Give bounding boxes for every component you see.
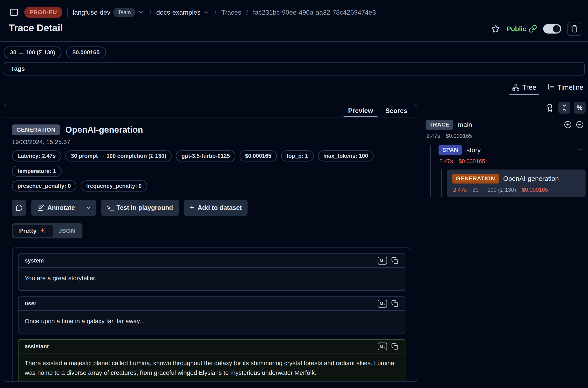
copy-icon[interactable] [391, 343, 399, 350]
sidebar-toggle-button[interactable] [9, 7, 19, 18]
tab-timeline[interactable]: Timeline [547, 80, 584, 95]
span-node-row: SPAN story [439, 145, 586, 155]
org-type-pill: Team [113, 8, 136, 17]
breadcrumb-org[interactable]: langfuse-dev Team [73, 8, 145, 17]
span-latency: 2.47s [439, 158, 453, 165]
view-tabs: Tree Timeline [0, 80, 588, 95]
expand-all-icon[interactable] [564, 121, 572, 129]
generation-node-row: GENERATION OpenAI-generation [452, 174, 580, 184]
message-role: assistant [25, 343, 49, 350]
tab-timeline-label: Timeline [557, 83, 584, 91]
award-icon [545, 103, 554, 112]
tree-node-generation-selected[interactable]: GENERATION OpenAI-generation 2.47s 30 → … [447, 170, 586, 197]
copy-icon[interactable] [391, 257, 399, 264]
pretty-toggle-option[interactable]: Pretty [13, 225, 53, 237]
cost-badge: $0.000165 [66, 47, 106, 58]
star-bookmark-button[interactable] [491, 24, 500, 34]
toggle-knob [553, 25, 560, 32]
trace-node-row: TRACE main [426, 120, 586, 130]
message-paragraph: You are a great storyteller. [25, 273, 399, 283]
span-type-badge: SPAN [439, 145, 462, 155]
message-content: There existed a majestic planet called L… [19, 353, 405, 382]
trace-badges: 30 → 100 (Σ 130) $0.000165 [4, 47, 106, 58]
fold-vertical-icon [560, 103, 568, 112]
add-to-dataset-label: Add to dataset [198, 204, 242, 212]
link-icon [529, 25, 537, 33]
card-body: GENERATION OpenAI-generation 19/03/2024,… [4, 118, 417, 382]
plus-icon: + [190, 203, 194, 212]
generation-tokens: 30 → 100 (Σ 130) [473, 187, 516, 193]
message-system: system M↓ You are a great storyteller. [18, 253, 406, 291]
tree-node-span[interactable]: SPAN story 2.47s $0.000165 [439, 145, 586, 165]
message-paragraph: Once upon a time in a galaxy far, far aw… [25, 316, 399, 326]
public-label: Public [507, 25, 526, 33]
markdown-toggle-button[interactable]: M↓ [378, 300, 387, 308]
tab-tree[interactable]: Tree [512, 80, 536, 95]
observation-type-badge: GENERATION [12, 124, 60, 135]
generation-type-badge: GENERATION [452, 174, 499, 184]
metrics-percent-button[interactable]: % [574, 102, 586, 114]
percent-icon: % [577, 104, 583, 112]
trace-cost: $0.000165 [446, 133, 472, 139]
message-header-icons: M↓ [378, 300, 399, 308]
message-assistant: assistant M↓ There existed a majestic pl… [18, 339, 406, 382]
annotate-button[interactable]: Annotate [31, 200, 81, 216]
message-paragraph: There existed a majestic planet called L… [25, 358, 399, 378]
sparkles-icon [40, 227, 47, 235]
annotate-dropdown-button[interactable] [81, 200, 96, 216]
trace-children: SPAN story 2.47s $0.000165 GENERATION Op… [430, 145, 586, 197]
tab-preview-label: Preview [348, 107, 373, 115]
temperature-badge: temperature: 1 [12, 166, 62, 177]
json-toggle-option[interactable]: JSON [53, 225, 81, 237]
chevron-down-icon [138, 9, 144, 15]
span-children: GENERATION OpenAI-generation 2.47s 30 → … [441, 170, 586, 197]
messages-container: system M↓ You are a great storyteller. [12, 247, 411, 382]
delete-trace-button[interactable] [567, 22, 581, 36]
trash-icon [570, 25, 578, 33]
format-toggle: Pretty JSON [12, 223, 82, 239]
environment-badge: PROD-EU [24, 7, 62, 18]
breadcrumb-slash: / [246, 8, 248, 17]
tree-expand-controls [564, 121, 586, 129]
trace-type-badge: TRACE [426, 120, 453, 130]
tags-box[interactable]: Tags [4, 62, 585, 75]
terminal-icon: >_ [107, 204, 113, 211]
message-content: You are a great storyteller. [19, 268, 405, 290]
test-in-playground-button[interactable]: >_ Test in playground [101, 200, 179, 216]
tab-scores[interactable]: Scores [385, 104, 407, 117]
collapse-node-icon[interactable] [576, 146, 586, 154]
comments-button[interactable] [12, 200, 26, 216]
breadcrumb-divider [67, 8, 68, 17]
token-usage-badge: 30 → 100 (Σ 130) [4, 47, 62, 58]
span-name: story [467, 146, 481, 154]
message-header-icons: M↓ [378, 342, 399, 350]
generation-name: OpenAI-generation [503, 175, 559, 182]
annotation-award-button[interactable] [544, 102, 555, 114]
trace-metrics: 2.47s $0.000165 [426, 133, 586, 139]
span-metrics: 2.47s $0.000165 [439, 158, 586, 165]
panel-tabs: Preview Scores [4, 104, 417, 118]
public-link[interactable]: Public [507, 25, 537, 33]
chevron-down-icon [86, 205, 92, 211]
tree-toolbar: % [426, 102, 586, 114]
markdown-toggle-button[interactable]: M↓ [378, 342, 387, 350]
tree-node-trace[interactable]: TRACE main 2.47s $0.000165 [426, 120, 586, 139]
breadcrumb: PROD-EU langfuse-dev Team / docs-example… [9, 6, 376, 19]
add-to-dataset-button[interactable]: + Add to dataset [184, 200, 248, 216]
collapse-all-icon[interactable] [576, 121, 584, 129]
collapse-all-button[interactable] [558, 102, 570, 114]
chevron-down-icon [203, 9, 209, 15]
markdown-toggle-button[interactable]: M↓ [378, 257, 387, 265]
message-user: user M↓ Once upon a time in a galaxy far… [18, 296, 406, 334]
copy-icon[interactable] [391, 300, 399, 307]
message-header: user M↓ [19, 297, 405, 311]
breadcrumb-project[interactable]: docs-examples [156, 9, 209, 16]
trace-detail-page: PROD-EU langfuse-dev Team / docs-example… [0, 0, 588, 388]
breadcrumb-slash: / [149, 8, 151, 17]
message-header: assistant M↓ [19, 340, 405, 353]
tab-preview[interactable]: Preview [348, 104, 373, 117]
breadcrumb-traces-link[interactable]: Traces [221, 9, 241, 16]
public-toggle[interactable] [543, 24, 561, 34]
generation-cost: $0.000165 [522, 187, 548, 193]
observation-header: GENERATION OpenAI-generation [12, 124, 411, 135]
